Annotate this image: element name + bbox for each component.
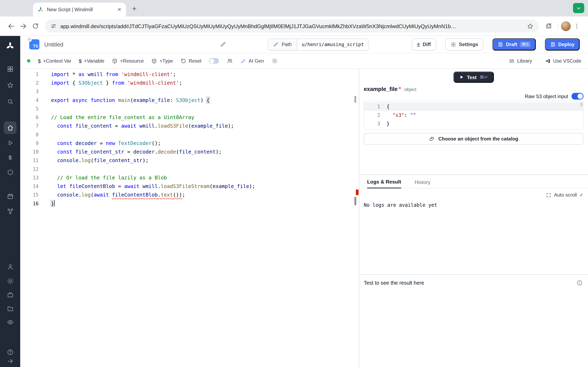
settings-button[interactable]: Settings (445, 38, 484, 50)
search-icon[interactable] (6, 97, 15, 106)
dollar-icon: $ (38, 58, 41, 64)
error-marker (356, 189, 359, 195)
sidebar: $ (0, 36, 20, 367)
variables-icon[interactable]: $ (6, 153, 15, 162)
reset-button[interactable]: Reset (181, 58, 201, 64)
logs-section: Logs & Result History Auto scroll ✓ No l… (359, 175, 588, 275)
add-variable-button[interactable]: $ +Variable (79, 58, 104, 64)
argument-type: object (405, 87, 416, 92)
argument-row: example_file * object (364, 86, 584, 92)
flows-icon[interactable] (6, 207, 15, 216)
tab-strip: New Script | Windmill ✕ + (0, 0, 588, 17)
auto-scroll-label: Auto scroll (554, 192, 577, 198)
info-icon[interactable] (576, 280, 583, 286)
audit-eye-icon[interactable] (6, 318, 15, 327)
code-lines[interactable]: 1import * as wmill from 'windmill-client… (20, 70, 359, 208)
json-input-editor[interactable]: 1{2 "s3": ""3} (364, 101, 584, 129)
script-title[interactable]: Untitled (44, 41, 63, 48)
library-button[interactable]: Library (509, 58, 532, 64)
path-value[interactable]: u/henri/amusing_script (297, 39, 369, 50)
schedules-icon[interactable] (6, 192, 15, 201)
test-shortcut: ⌘↵ (480, 75, 488, 80)
use-vscode-button[interactable]: Use VSCode (545, 58, 581, 64)
screen: New Script | Windmill ✕ + (0, 0, 588, 367)
box-icon (151, 58, 157, 64)
expand-icon[interactable] (546, 192, 552, 198)
code-editor[interactable]: 1import * as wmill from 'windmill-client… (20, 69, 359, 367)
folders-icon[interactable] (6, 304, 15, 313)
forward-icon[interactable] (17, 20, 29, 32)
draft-button[interactable]: Draft ⌘S (493, 38, 536, 50)
tab-logs-result[interactable]: Logs & Result (367, 179, 401, 188)
windmill-app: $ (0, 36, 588, 367)
header-actions: ± Diff Settings Draft ⌘S (412, 38, 580, 50)
bookmark-star-icon[interactable] (527, 23, 534, 29)
windmill-favicon (38, 6, 44, 13)
help-icon[interactable] (6, 347, 15, 356)
test-button[interactable]: Test ⌘↵ (453, 72, 494, 83)
chevron-down-icon (576, 5, 581, 11)
profile-avatar[interactable] (561, 21, 571, 31)
diff-icon: ± (417, 42, 420, 47)
main-column: TS ⚙ Untitled Path u/henri/amusing_scrip… (20, 36, 588, 367)
ai-gen-label: AI Gen (249, 58, 264, 64)
path-label[interactable]: Path (268, 39, 297, 50)
no-logs-message: No logs are available yet (359, 198, 588, 212)
add-context-var-label: +Context Var (43, 58, 71, 64)
extensions-puzzle-icon[interactable] (543, 20, 555, 32)
address-bar[interactable]: app.windmill.dev/scripts/add#JTdCJTIyaGF… (45, 20, 539, 33)
user-icon[interactable] (6, 262, 15, 271)
logs-tabs: Logs & Result History (359, 175, 588, 188)
editor-overview-ruler[interactable] (354, 69, 359, 367)
add-type-button[interactable]: +Type (151, 58, 173, 64)
add-resource-button[interactable]: +Resource (112, 58, 144, 64)
workers-icon[interactable] (6, 290, 15, 299)
tab-close-icon[interactable]: ✕ (117, 7, 121, 12)
raw-s3-toggle[interactable] (571, 93, 584, 100)
resources-icon[interactable] (6, 168, 15, 177)
editor-toolbar: $ +Context Var $ +Variable +Resource (20, 53, 588, 69)
favorites-star-icon[interactable] (6, 81, 15, 90)
deploy-button[interactable]: Deploy (545, 38, 580, 50)
ai-gen-button[interactable]: AI Gen (241, 58, 264, 64)
required-asterisk: * (399, 86, 401, 92)
check-icon: ✓ (579, 192, 584, 198)
green-dropdown-button[interactable] (573, 3, 584, 13)
save-draft-icon (498, 42, 503, 47)
site-settings-icon[interactable] (50, 23, 57, 29)
add-variable-label: +Variable (84, 58, 104, 64)
collapse-arrow-icon[interactable] (6, 357, 15, 366)
apps-icon[interactable] (6, 64, 15, 73)
typescript-badge[interactable]: TS ⚙ (29, 39, 39, 50)
auto-scroll-control[interactable]: Auto scroll ✓ (359, 188, 588, 198)
windmill-logo-icon[interactable] (5, 40, 15, 51)
edit-title-pencil-icon[interactable] (220, 41, 226, 48)
toolbar-separator (558, 22, 558, 30)
browser-menu-icon[interactable] (571, 20, 583, 32)
toggle-knob (578, 94, 583, 99)
choose-object-button[interactable]: Choose an object from the catalog (364, 133, 584, 145)
raw-s3-label: Raw S3 object input (525, 93, 568, 99)
json-scrollbar[interactable] (580, 102, 582, 107)
json-lines[interactable]: 1{2 "s3": ""3} (364, 102, 583, 128)
reload-icon[interactable] (29, 20, 41, 32)
dollar-icon: $ (79, 58, 82, 64)
vscode-icon (545, 58, 551, 64)
sidebar-item-home[interactable] (4, 121, 16, 134)
multiplayer-toggle[interactable] (209, 58, 219, 64)
url-text[interactable]: app.windmill.dev/scripts/add#JTdCJTIyaGF… (61, 23, 523, 29)
status-dot (27, 59, 30, 63)
workspace: 1import * as wmill from 'windmill-client… (20, 69, 588, 367)
runs-icon[interactable] (6, 138, 15, 147)
browser-tab[interactable]: New Script | Windmill ✕ (33, 3, 126, 17)
back-icon[interactable] (5, 20, 17, 32)
editor-settings-gear-icon[interactable] (271, 58, 278, 64)
new-tab-button[interactable]: + (132, 4, 137, 12)
diff-button[interactable]: ± Diff (412, 38, 436, 50)
add-context-var-button[interactable]: $ +Context Var (38, 58, 71, 64)
script-header: TS ⚙ Untitled Path u/henri/amusing_scrip… (20, 36, 588, 53)
path-control[interactable]: Path u/henri/amusing_script (268, 38, 369, 50)
typescript-badge-label: TS (33, 44, 38, 48)
settings-gear-icon[interactable] (6, 276, 15, 285)
tab-history[interactable]: History (415, 179, 430, 188)
